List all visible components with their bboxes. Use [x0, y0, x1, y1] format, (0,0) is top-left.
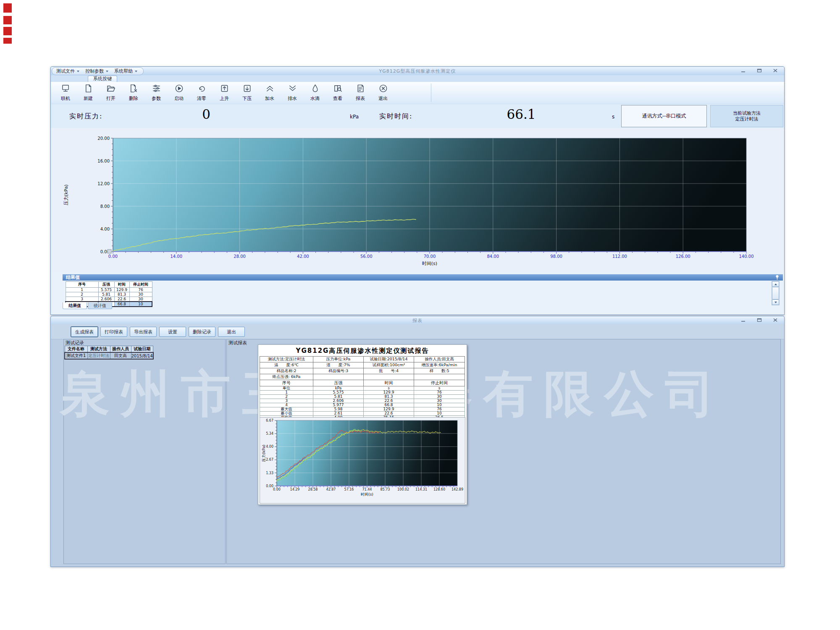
results-row-2[interactable]: 25.8181.330 [66, 292, 152, 297]
y-axis-title: 压力(kPa) [262, 445, 266, 462]
x-tick-label: 128.60 [433, 488, 445, 491]
minimize-button[interactable] [739, 68, 748, 74]
close-circle-icon [378, 84, 388, 95]
close-button[interactable] [771, 317, 780, 323]
report-button-0[interactable]: 生成报表 [71, 327, 98, 337]
chevrons-up-icon [265, 84, 275, 95]
toolbar-connect-button[interactable]: 联机 [54, 82, 77, 103]
report-data-cell: 22.6 [364, 399, 414, 403]
results-scrollbar[interactable] [772, 281, 780, 305]
x-tick-label: 0.00 [273, 488, 281, 491]
maximize-button[interactable] [755, 317, 764, 323]
records-header-row: 文件名称测试方法操作人员试验日期 [65, 346, 153, 353]
y-tick-label: 20.00 [97, 136, 110, 141]
report-button-4[interactable]: 删除记录 [189, 327, 215, 337]
results-cell: 2 [66, 292, 98, 297]
maximize-button[interactable] [755, 68, 764, 74]
toolbar-start-button[interactable]: 启动 [168, 82, 190, 103]
x-tick-label: 14.00 [170, 254, 182, 259]
report-data-cell: 2.606 [313, 399, 364, 403]
report-data-cell: 2 [260, 395, 313, 399]
report-column-header: 时间 [364, 380, 414, 386]
records-column-header: 操作人员 [110, 346, 131, 353]
scroll-down-button[interactable] [772, 299, 779, 305]
toolbar-button-label: 退出 [378, 95, 388, 102]
x-tick-label: 70.00 [424, 254, 436, 259]
toolbar-delete-button[interactable]: 删除 [122, 82, 145, 103]
report-info-cell: 试验日期:2015/8/14 [364, 357, 414, 362]
results-tab-0[interactable]: 结果值 [63, 302, 87, 309]
toolbar-report-button[interactable]: 报表 [349, 82, 372, 103]
realtime-pressure-value: 0 [173, 107, 240, 122]
x-tick-label: 71.44 [362, 488, 372, 491]
axis-origin-handle[interactable] [108, 249, 111, 253]
x-tick-label: 142.89 [452, 488, 463, 491]
record-row-1[interactable]: 测试文件1定压计时法田文高2015/8/14 [65, 352, 153, 359]
report-data-cell: kPa [313, 386, 364, 391]
results-cell: 81.3 [114, 292, 129, 297]
book-magnifier-icon [333, 84, 343, 95]
tab-system-keys[interactable]: 系统按键 [88, 76, 117, 82]
toolbar-water-drop-button[interactable]: 水滴 [304, 82, 326, 103]
toolbar-exit-button[interactable]: 退出 [372, 82, 394, 103]
toolbar-press-button[interactable]: 下压 [236, 82, 258, 103]
report-button-3[interactable]: 设置 [159, 327, 186, 337]
y-tick-label: 4.00 [266, 445, 273, 449]
results-panel-title: 结果值 [66, 275, 80, 280]
y-tick-label: 0.00 [266, 484, 273, 488]
x-tick-label: 42.87 [326, 488, 336, 491]
report-column-header: 压强 [313, 380, 364, 386]
delete-file-icon [129, 84, 139, 95]
x-tick-label: 42.00 [297, 254, 309, 259]
toolbar-button-label: 排水 [288, 95, 297, 102]
comm-mode-box: 通讯方式--串口模式 [621, 105, 707, 127]
report-info-cell: 湿 度:7% [313, 362, 364, 368]
results-row-3[interactable]: 32.60622.630 [66, 297, 152, 302]
toolbar: 联机新建打开删除参数启动清零上升下压加水排水水滴查看报表退出 [51, 82, 784, 104]
scrollbar-thumb[interactable] [772, 287, 779, 299]
results-tab-1[interactable]: 统计值 [88, 302, 112, 309]
results-cell: 30 [129, 297, 152, 302]
results-cell: 129.9 [114, 288, 129, 292]
toolbar-reset-button[interactable]: 清零 [190, 82, 213, 103]
y-tick-label: 1.33 [266, 471, 273, 475]
main-chart-panel: 0.0014.0028.0042.0056.0070.0084.0098.001… [51, 128, 784, 272]
results-cell: 1 [66, 288, 98, 292]
report-chart-svg: 0.0014.2928.5842.8757.1671.4485.73100.02… [260, 417, 464, 502]
report-info-cell [313, 374, 364, 380]
records-column-header: 试验日期 [131, 346, 153, 353]
current-method-box: 当前试验方法 定压计时法 [710, 105, 783, 127]
main-chart-svg: 0.0014.0028.0042.0056.0070.0084.0098.001… [51, 128, 784, 272]
toolbar-view-button[interactable]: 查看 [326, 82, 349, 103]
report-data-cell: 5.575 [313, 391, 364, 395]
x-tick-label: 85.73 [381, 488, 390, 491]
y-tick-label: 12.00 [97, 181, 110, 186]
close-button[interactable] [771, 68, 780, 74]
report-data-cell: 76 [414, 407, 465, 412]
report-data-cell: 5.98 [313, 407, 364, 412]
toolbar-open-button[interactable]: 打开 [100, 82, 122, 103]
toolbar-button-label: 水滴 [310, 95, 320, 102]
report-button-1[interactable]: 打印报表 [100, 327, 127, 337]
toolbar-params-button[interactable]: 参数 [145, 82, 168, 103]
report-panel: 测试报表 YG812G高压伺服渗水性测定仪测试报告 测试方法:定压计时法压力单位… [226, 339, 781, 564]
report-button-5[interactable]: 退出 [218, 327, 245, 337]
report-chart-panel: 0.0014.2928.5842.8757.1671.4485.73100.02… [260, 417, 465, 504]
toolbar-rise-button[interactable]: 上升 [213, 82, 236, 103]
comm-mode-text: 通讯方式--串口模式 [642, 113, 686, 120]
report-window: 报表 生成报表打印报表导出报表设置删除记录退出 泉州市三邦仪器有限公司 测试记录… [50, 316, 785, 567]
report-button-2[interactable]: 导出报表 [130, 327, 157, 337]
report-info-cell: 测试方法:定压计时法 [260, 357, 313, 362]
toolbar-drain-button[interactable]: 排水 [281, 82, 304, 103]
report-data-cell: 单位 [260, 386, 313, 391]
scroll-up-button[interactable] [772, 281, 779, 287]
toolbar-add-water-button[interactable]: 加水 [258, 82, 281, 103]
x-axis-title: 时间(s) [422, 261, 437, 266]
toolbar-new-button[interactable]: 新建 [77, 82, 100, 103]
results-row-1[interactable]: 15.575129.976 [66, 288, 152, 292]
y-tick-label: 8.00 [100, 204, 110, 209]
time-unit: s [612, 114, 614, 120]
results-column-header: 停止时间 [129, 282, 152, 288]
report-info-cell: 样 数:5 [414, 368, 465, 374]
minimize-button[interactable] [739, 317, 748, 323]
